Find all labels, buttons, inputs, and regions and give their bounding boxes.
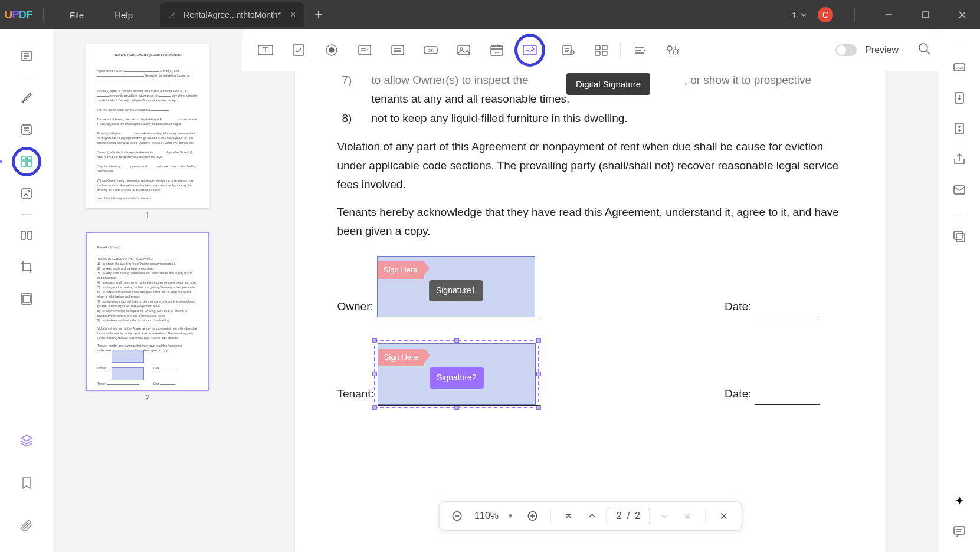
svg-rect-18 — [458, 45, 470, 55]
signature-field-name: Signature2 — [430, 367, 484, 389]
redact-tool-button[interactable] — [15, 288, 38, 310]
svg-rect-14 — [359, 45, 371, 55]
edit-tool-button[interactable] — [15, 119, 38, 141]
svg-text:OCR: OCR — [955, 66, 963, 70]
selection-handle[interactable] — [536, 372, 541, 376]
dropdown-tool[interactable] — [348, 38, 381, 62]
text-field-tool[interactable] — [249, 38, 282, 62]
document-canvas[interactable]: 7) to allow Owner(s) to inspect the , or… — [242, 71, 939, 552]
divider — [954, 44, 965, 44]
svg-rect-3 — [21, 157, 26, 166]
selection-handle[interactable] — [536, 405, 541, 410]
zoom-in-button[interactable] — [523, 507, 542, 525]
new-tab-button[interactable]: + — [314, 7, 322, 22]
ai-assistant-button[interactable]: ✦ — [950, 492, 968, 510]
comments-panel-button[interactable] — [950, 523, 968, 540]
svg-point-13 — [329, 48, 334, 52]
tab-title: RentalAgree...nthtoMonth* — [183, 10, 281, 19]
date-field-line — [755, 306, 820, 317]
alignment-tool[interactable] — [623, 38, 656, 62]
doc-text: not to keep any liquid-filled furniture … — [372, 109, 628, 128]
compress-button[interactable] — [950, 120, 968, 137]
sparkle-icon: ✦ — [955, 494, 965, 508]
date-label: Date: — [725, 297, 751, 317]
checkbox-tool[interactable] — [282, 38, 315, 62]
fill-sign-button[interactable] — [15, 182, 38, 205]
preview-label: Preview — [865, 45, 899, 55]
selection-handle[interactable] — [372, 338, 377, 343]
user-avatar[interactable]: C — [818, 7, 833, 22]
search-button[interactable] — [917, 42, 932, 58]
page-thumbnail-1[interactable]: RENTAL AGREEMENT (MONTH-TO-MONTH) Agreem… — [86, 44, 209, 209]
menu-file[interactable]: File — [70, 10, 84, 20]
menu-help[interactable]: Help — [114, 10, 133, 20]
signature-field-name: Signature1 — [429, 280, 483, 301]
doc-paragraph: Violation of any part of this Agreement … — [337, 137, 844, 195]
convert-button[interactable] — [950, 89, 968, 107]
date-label: Date: — [725, 385, 751, 405]
document-tab[interactable]: RentalAgree...nthtoMonth* × — [160, 2, 304, 27]
document-page[interactable]: 7) to allow Owner(s) to inspect the , or… — [295, 71, 886, 552]
reader-mode-button[interactable] — [15, 45, 38, 67]
organize-pages-button[interactable] — [15, 224, 38, 247]
date-field-tool[interactable]: ••• — [480, 38, 513, 62]
svg-text:•••: ••• — [495, 51, 499, 54]
batch-button[interactable] — [950, 228, 968, 245]
active-indicator — [0, 160, 2, 163]
layers-button[interactable] — [15, 429, 38, 452]
divider — [549, 42, 549, 58]
window-close-button[interactable] — [949, 6, 975, 24]
divider — [21, 77, 32, 77]
svg-rect-27 — [595, 51, 600, 55]
prev-page-button[interactable] — [583, 507, 602, 525]
bookmarks-button[interactable] — [15, 472, 38, 494]
show-fields-tool[interactable] — [585, 38, 618, 62]
selection-handle[interactable] — [454, 405, 459, 410]
selection-handle[interactable] — [372, 372, 377, 376]
divider — [620, 42, 621, 58]
title-bar: UPDF File Help RentalAgree...nthtoMonth*… — [0, 0, 980, 29]
comment-tool-button[interactable] — [15, 87, 38, 109]
email-button[interactable] — [950, 181, 968, 199]
image-field-tool[interactable] — [447, 38, 480, 62]
divider — [954, 213, 965, 213]
signature-field-owner[interactable]: Sign Here Signature1 — [377, 256, 535, 317]
form-tool-button[interactable] — [15, 150, 38, 173]
page-indicator[interactable]: 1 — [792, 10, 807, 20]
selection-handle[interactable] — [454, 338, 459, 343]
selection-handle[interactable] — [372, 405, 377, 410]
tab-close-button[interactable]: × — [290, 9, 296, 20]
page-navigation-bar: 110% ▼ — [438, 501, 742, 531]
doc-text: tenants at any and all reasonable times. — [372, 93, 570, 105]
window-minimize-button[interactable] — [876, 6, 902, 24]
zoom-out-button[interactable] — [447, 507, 466, 525]
next-page-button[interactable] — [655, 507, 674, 525]
svg-rect-26 — [602, 45, 607, 50]
last-page-button[interactable] — [679, 507, 697, 525]
form-recognition-tool[interactable] — [552, 38, 585, 62]
radio-button-tool[interactable] — [315, 38, 348, 62]
close-nav-button[interactable] — [714, 507, 733, 525]
left-rail — [0, 29, 53, 552]
form-toolbar: OK ••• Preview — [242, 29, 939, 71]
button-tool[interactable]: OK — [414, 38, 447, 62]
first-page-button[interactable] — [559, 507, 578, 525]
svg-point-29 — [919, 44, 927, 52]
attachments-button[interactable] — [15, 514, 38, 537]
list-box-tool[interactable] — [381, 38, 414, 62]
divider — [43, 8, 44, 22]
share-button[interactable] — [950, 150, 968, 168]
svg-rect-5 — [22, 189, 31, 198]
crop-tool-button[interactable] — [15, 256, 38, 278]
preview-toggle[interactable] — [835, 44, 857, 56]
properties-tool[interactable] — [656, 38, 689, 62]
window-maximize-button[interactable] — [913, 6, 939, 24]
page-number-input[interactable] — [607, 508, 650, 524]
zoom-dropdown-caret[interactable]: ▼ — [507, 512, 514, 520]
selection-handle[interactable] — [536, 338, 541, 343]
tenant-label: Tenant: — [337, 385, 374, 405]
digital-signature-tool[interactable] — [513, 38, 546, 62]
page-thumbnail-2[interactable]: Remarks (if any) TENANTS AGREE TO THE FO… — [86, 232, 209, 391]
signature-field-tenant[interactable]: Sign Here Signature2 — [378, 343, 536, 405]
ocr-button[interactable]: OCR — [950, 58, 968, 76]
